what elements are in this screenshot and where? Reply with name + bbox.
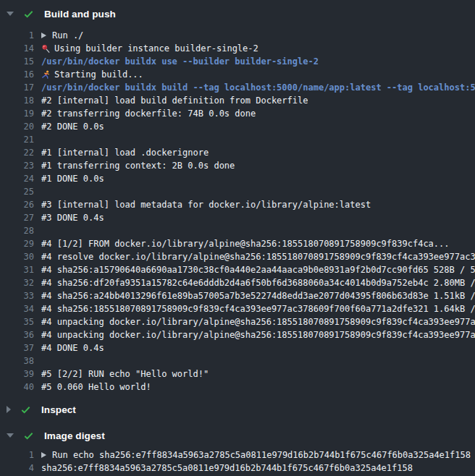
line-number[interactable]: 28: [0, 226, 34, 236]
line-content: #3 [internal] load metadata for docker.i…: [41, 200, 475, 210]
line-number[interactable]: 31: [0, 265, 34, 275]
log-line-list: 1Run echo sha256:e7ff8834a5963a2785c5a08…: [0, 449, 475, 475]
log-text: #5 0.060 Hello world!: [41, 382, 151, 392]
line-number[interactable]: 38: [0, 356, 34, 366]
log-line: 37#4 DONE 0.4s: [0, 341, 475, 354]
log-text: #4 resolve docker.io/library/alpine@sha2…: [41, 252, 475, 262]
log-line: 40#5 0.060 Hello world!: [0, 381, 475, 394]
line-number[interactable]: 17: [0, 82, 34, 93]
log-text: #1 transferring context: 2B 0.0s done: [41, 161, 235, 171]
log-line: 18#2 [internal] load build definition fr…: [0, 94, 475, 107]
section-header-build-and-push[interactable]: Build and push: [0, 4, 475, 24]
log-text: #4 DONE 0.4s: [41, 343, 104, 353]
chevron-right-icon: [7, 406, 11, 413]
log-line: 14Using builder instance builder-single-…: [0, 42, 475, 55]
section-header-inspect[interactable]: Inspect: [0, 399, 475, 420]
log-line: 21: [0, 133, 475, 146]
log-text: #2 transferring dockerfile: 74B 0.0s don…: [41, 109, 256, 119]
section-header-image-digest[interactable]: Image digest: [0, 425, 475, 446]
log-line: 39#5 [2/2] RUN echo "Hello world!": [0, 367, 475, 381]
log-line: 17/usr/bin/docker buildx build --tag loc…: [0, 81, 475, 94]
log-sections: Build and push1Run ./14Using builder ins…: [0, 4, 475, 475]
line-content: Starting build...: [41, 69, 475, 80]
pushpin-icon: [41, 44, 54, 54]
line-number[interactable]: 39: [0, 369, 34, 379]
line-number[interactable]: 18: [0, 95, 34, 106]
section-title: Image digest: [44, 430, 105, 441]
log-line-list: 1Run ./14Using builder instance builder-…: [0, 29, 475, 394]
log-text: Run ./: [52, 30, 83, 41]
line-number[interactable]: 22: [0, 148, 34, 158]
log-text: #3 [internal] load metadata for docker.i…: [41, 200, 371, 210]
line-number[interactable]: 36: [0, 330, 34, 340]
line-number[interactable]: 26: [0, 200, 34, 210]
log-text: /usr/bin/docker buildx use --builder bui…: [41, 56, 319, 67]
run-group-chevron-icon[interactable]: [41, 30, 52, 41]
line-content: #2 DONE 0.0s: [41, 122, 475, 132]
log-text: #2 DONE 0.0s: [41, 122, 104, 132]
line-number[interactable]: 14: [0, 43, 34, 54]
line-number[interactable]: 4: [0, 463, 34, 473]
line-number[interactable]: 32: [0, 278, 34, 288]
chevron-down-icon: [7, 12, 14, 16]
line-number[interactable]: 23: [0, 161, 34, 171]
line-number[interactable]: 1: [0, 450, 34, 460]
log-line: 20#2 DONE 0.0s: [0, 120, 475, 133]
line-content: #1 DONE 0.0s: [41, 174, 475, 184]
line-number[interactable]: 27: [0, 213, 34, 223]
line-number[interactable]: 15: [0, 56, 34, 67]
log-text: Using builder instance builder-single-2: [54, 43, 258, 54]
log-line: 22#1 [internal] load .dockerignore: [0, 146, 475, 159]
log-line: 19#2 transferring dockerfile: 74B 0.0s d…: [0, 107, 475, 120]
log-text: #2 [internal] load build definition from…: [41, 95, 308, 106]
log-line: 1Run echo sha256:e7ff8834a5963a2785c5a08…: [0, 449, 475, 462]
line-content: #5 [2/2] RUN echo "Hello world!": [41, 369, 475, 379]
line-content: sha256:e7ff8834a5963a2785c5a0811e979d16b…: [41, 463, 475, 473]
line-number[interactable]: 1: [0, 30, 34, 41]
log-text: #3 DONE 0.4s: [41, 213, 104, 223]
line-content: #4 sha256:185518070891758909c9f839cf4ca3…: [41, 304, 475, 314]
line-number[interactable]: 24: [0, 174, 34, 184]
line-content: #2 transferring dockerfile: 74B 0.0s don…: [41, 109, 475, 119]
log-text: #4 sha256:a15790640a6690aa1730c38cf0a440…: [41, 265, 475, 275]
line-content: #4 unpacking docker.io/library/alpine@sh…: [41, 317, 475, 327]
line-content: #3 DONE 0.4s: [41, 213, 475, 223]
line-number[interactable]: 34: [0, 304, 34, 314]
log-text: #4 sha256:185518070891758909c9f839cf4ca3…: [41, 304, 475, 314]
log-line: 28: [0, 224, 475, 237]
log-line: 32#4 sha256:df20fa9351a15782c64e6dddb2d4…: [0, 276, 475, 289]
line-number[interactable]: 37: [0, 343, 34, 353]
line-content: #1 transferring context: 2B 0.0s done: [41, 161, 475, 171]
line-number[interactable]: 19: [0, 109, 34, 119]
line-number[interactable]: 21: [0, 135, 34, 145]
line-content: Run ./: [41, 30, 475, 41]
section-title: Build and push: [44, 9, 116, 20]
line-number[interactable]: 29: [0, 239, 34, 249]
success-check-icon: [20, 404, 31, 415]
line-number[interactable]: 16: [0, 69, 34, 80]
line-content: /usr/bin/docker buildx use --builder bui…: [41, 56, 475, 67]
line-number[interactable]: 33: [0, 291, 34, 301]
log-line: 35#4 unpacking docker.io/library/alpine@…: [0, 315, 475, 328]
line-content: #4 sha256:a24bb4013296f61e89ba57005a7b3e…: [41, 291, 475, 301]
line-content: #4 sha256:df20fa9351a15782c64e6dddb2d4a6…: [41, 278, 475, 288]
log-line: 15/usr/bin/docker buildx use --builder b…: [0, 55, 475, 68]
success-check-icon: [23, 9, 34, 20]
run-group-chevron-icon[interactable]: [41, 450, 52, 460]
line-number[interactable]: 35: [0, 317, 34, 327]
log-line: 34#4 sha256:185518070891758909c9f839cf4c…: [0, 302, 475, 315]
line-number[interactable]: 20: [0, 122, 34, 132]
line-content: #4 sha256:a15790640a6690aa1730c38cf0a440…: [41, 265, 475, 275]
log-text: #4 unpacking docker.io/library/alpine@sh…: [41, 317, 475, 327]
log-line: 24#1 DONE 0.0s: [0, 172, 475, 185]
line-number[interactable]: 30: [0, 252, 34, 262]
log-text: #4 unpacking docker.io/library/alpine@sh…: [41, 330, 475, 340]
line-number[interactable]: 40: [0, 382, 34, 392]
log-line: 16Starting build...: [0, 68, 475, 81]
log-text: #4 sha256:df20fa9351a15782c64e6dddb2d4a6…: [41, 278, 475, 288]
log-text: #1 [internal] load .dockerignore: [41, 148, 209, 158]
line-content: Using builder instance builder-single-2: [41, 43, 475, 54]
line-content: #4 resolve docker.io/library/alpine@sha2…: [41, 252, 475, 262]
line-number[interactable]: 25: [0, 187, 34, 197]
log-line: 23#1 transferring context: 2B 0.0s done: [0, 159, 475, 172]
